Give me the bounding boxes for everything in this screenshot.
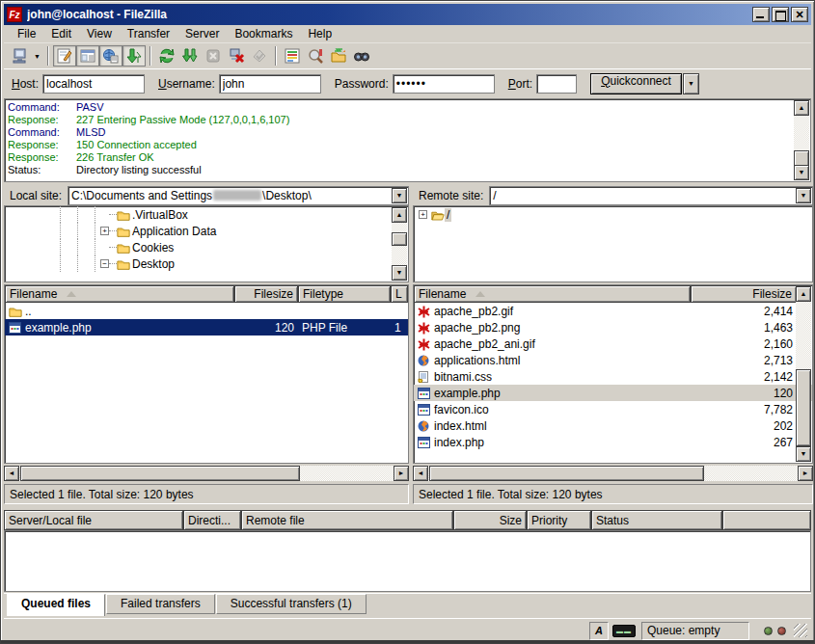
remote-root-item[interactable]: / — [445, 208, 451, 222]
disconnect-icon[interactable] — [225, 45, 248, 67]
php-file-icon — [9, 322, 22, 334]
synchronized-browsing-icon[interactable] — [327, 45, 350, 67]
menu-server[interactable]: Server — [177, 25, 227, 42]
toggle-remote-tree-icon[interactable] — [99, 45, 122, 67]
resize-grip[interactable] — [794, 624, 807, 637]
scroll-thumb[interactable] — [429, 466, 704, 481]
filezilla-window: Fz john@localhost - FileZilla File Edit … — [0, 0, 815, 644]
remote-hscrollbar[interactable]: ◄ ► — [413, 466, 813, 481]
find-files-icon[interactable] — [350, 45, 373, 67]
file-row-selected[interactable]: example.php 120 PHP File 1 — [5, 319, 408, 335]
file-row[interactable]: favicon.ico 7,782 — [414, 401, 812, 417]
file-row[interactable]: apache_pb2_ani.gif 2,160 — [414, 335, 812, 352]
menu-help[interactable]: Help — [300, 25, 340, 42]
quickconnect-button[interactable]: Quickconnect — [590, 73, 682, 94]
menu-file[interactable]: File — [10, 25, 43, 42]
menu-bookmarks[interactable]: Bookmarks — [227, 25, 300, 42]
scroll-thumb[interactable] — [796, 369, 811, 446]
file-row[interactable]: apache_pb2.png 1,463 — [414, 319, 812, 335]
maximize-button[interactable] — [772, 7, 789, 22]
firefox-html-icon — [418, 420, 431, 432]
menu-view[interactable]: View — [79, 25, 120, 42]
toolbar-separator — [47, 46, 49, 66]
cancel-operation-icon[interactable] — [202, 45, 225, 67]
scroll-left-icon[interactable]: ◄ — [413, 466, 428, 481]
ascii-data-type-icon[interactable]: A — [589, 622, 609, 640]
menu-edit[interactable]: Edit — [43, 25, 79, 42]
filezilla-app-icon[interactable]: Fz — [7, 7, 22, 22]
tree-item[interactable]: + Application Data — [5, 223, 408, 239]
scroll-up-icon[interactable]: ▲ — [796, 286, 811, 302]
toggle-message-log-icon[interactable] — [53, 45, 76, 67]
file-row[interactable]: bitnami.css 2,142 — [414, 368, 812, 385]
scroll-up-icon[interactable]: ▲ — [392, 207, 407, 223]
username-input[interactable] — [219, 74, 321, 94]
expand-plus-icon[interactable]: + — [419, 210, 427, 219]
file-row[interactable]: applications.html 2,713 — [414, 352, 812, 368]
menu-transfer[interactable]: Transfer — [120, 25, 177, 42]
column-server-local-file[interactable]: Server/Local file — [4, 510, 183, 530]
quickconnect-dropdown-icon[interactable]: ▼ — [683, 73, 699, 94]
file-row-parent-dir[interactable]: .. — [5, 303, 408, 319]
tree-item[interactable]: + / — [414, 206, 812, 223]
column-filetype[interactable]: Filetype — [298, 285, 391, 303]
file-row-selected[interactable]: example.php 120 — [414, 385, 812, 401]
close-button[interactable] — [791, 7, 808, 22]
local-site-combo[interactable]: C:\Documents and Settings\Desktop\ ▼ — [68, 186, 409, 205]
pane-splitter[interactable] — [409, 185, 413, 504]
port-input[interactable] — [536, 74, 577, 94]
refresh-icon[interactable] — [155, 45, 178, 67]
expand-plus-icon[interactable]: + — [100, 227, 109, 235]
log-line: Status:Directory listing successful — [5, 164, 794, 176]
scroll-down-icon[interactable]: ▼ — [794, 165, 809, 180]
directory-comparison-icon[interactable] — [304, 45, 327, 67]
file-row[interactable]: index.php 267 — [414, 434, 812, 450]
tab-successful-transfers[interactable]: Successful transfers (1) — [216, 594, 367, 614]
directory-listing-filters-icon[interactable] — [281, 45, 304, 67]
speed-limit-icon[interactable]: ▬▬ — [612, 625, 636, 637]
remote-list-scrollbar[interactable]: ▲ ▼ — [796, 286, 811, 462]
tree-item[interactable]: Cookies — [5, 239, 408, 255]
log-scrollbar[interactable]: ▲ ▼ — [794, 100, 809, 180]
password-input[interactable] — [393, 74, 495, 94]
scroll-thumb[interactable] — [20, 466, 300, 481]
tree-item[interactable]: − Desktop — [5, 255, 408, 272]
chevron-down-icon[interactable]: ▼ — [392, 188, 407, 203]
column-filename[interactable]: Filename — [5, 285, 234, 303]
minimize-button[interactable] — [752, 7, 770, 22]
column-priority[interactable]: Priority — [527, 510, 591, 530]
column-status[interactable]: Status — [591, 510, 722, 530]
tab-failed-transfers[interactable]: Failed transfers — [106, 594, 215, 614]
scroll-left-icon[interactable]: ◄ — [4, 466, 19, 481]
file-row[interactable]: index.html 202 — [414, 417, 812, 434]
scroll-up-icon[interactable]: ▲ — [794, 100, 809, 116]
remote-site-combo[interactable]: / ▼ — [489, 186, 813, 205]
column-remote-file[interactable]: Remote file — [241, 510, 453, 530]
host-input[interactable] — [42, 74, 145, 94]
site-manager-dropdown-icon[interactable]: ▼ — [31, 46, 43, 66]
process-queue-icon[interactable] — [178, 45, 202, 67]
expand-minus-icon[interactable]: − — [100, 259, 109, 268]
column-last-modified[interactable]: L — [391, 285, 408, 303]
column-filesize[interactable]: Filesize — [691, 285, 797, 303]
chevron-down-icon[interactable]: ▼ — [796, 188, 811, 203]
local-tree-scrollbar[interactable]: ▲ ▼ — [392, 207, 407, 281]
column-direction[interactable]: Directi... — [183, 510, 241, 530]
scroll-thumb[interactable] — [392, 232, 407, 246]
column-filename[interactable]: Filename — [414, 285, 691, 303]
scroll-down-icon[interactable]: ▼ — [796, 446, 811, 462]
local-hscrollbar[interactable]: ◄ ► — [4, 466, 409, 481]
scroll-right-icon[interactable]: ► — [798, 466, 813, 481]
scroll-down-icon[interactable]: ▼ — [392, 265, 407, 281]
tab-queued-files[interactable]: Queued files — [7, 594, 105, 616]
sort-ascending-icon — [67, 291, 76, 297]
clear-private-data-icon[interactable] — [248, 45, 271, 67]
file-row[interactable]: apache_pb2.gif 2,414 — [414, 303, 812, 319]
scroll-right-icon[interactable]: ► — [394, 466, 409, 481]
toggle-local-tree-icon[interactable] — [76, 45, 99, 67]
site-manager-icon[interactable] — [8, 45, 31, 67]
column-size[interactable]: Size — [453, 510, 527, 530]
tree-item[interactable]: .VirtualBox — [5, 206, 408, 223]
column-filesize[interactable]: Filesize — [234, 285, 298, 303]
toggle-transfer-queue-icon[interactable] — [122, 45, 146, 67]
